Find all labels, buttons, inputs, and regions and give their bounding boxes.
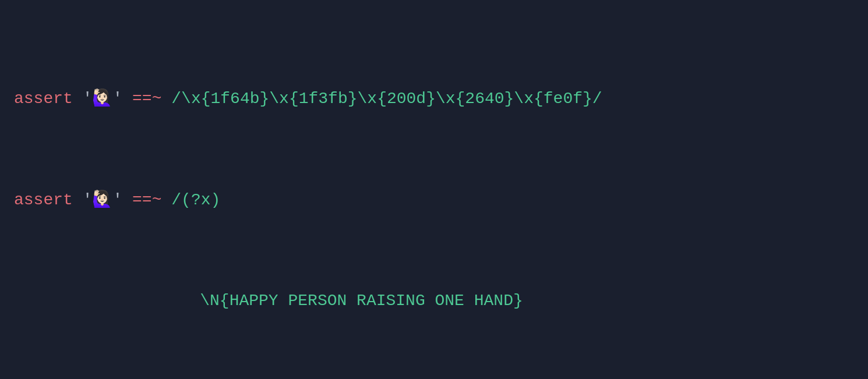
code-line-2: assert '🙋🏻‍♀️' ==~ /(?x) [14, 187, 854, 212]
code-line-3: \N{HAPPY PERSON RAISING ONE HAND} [14, 288, 854, 313]
keyword-assert-1: assert [14, 90, 73, 108]
keyword-assert-2: assert [14, 191, 73, 209]
code-line-1: assert '🙋🏻‍♀️' ==~ /\x{1f64b}\x{1f3fb}\x… [14, 86, 854, 111]
code-display: assert '🙋🏻‍♀️' ==~ /\x{1f64b}\x{1f3fb}\x… [14, 10, 854, 379]
